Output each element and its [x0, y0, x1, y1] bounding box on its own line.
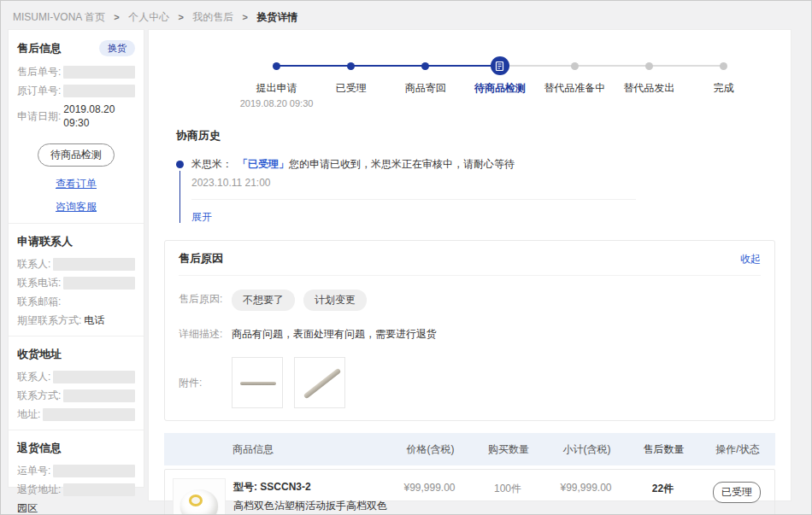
model-number: SSCCN3-2	[260, 481, 310, 493]
aftersales-quantity: 22件	[627, 478, 699, 515]
address-phone-redacted	[63, 389, 135, 402]
step-connector	[351, 65, 426, 67]
reason-label: 售后原因:	[179, 290, 232, 308]
breadcrumb-separator: >	[243, 12, 248, 22]
step-connector	[426, 65, 500, 67]
breadcrumb-personal-center[interactable]: 个人中心	[128, 11, 169, 23]
return-address-redacted	[63, 483, 135, 496]
description-text: 商品有问题，表面处理有问题，需要进行退货	[232, 325, 437, 343]
attachment-thumbnail[interactable]	[294, 357, 345, 408]
col-subtotal: 小计(含税)	[546, 442, 627, 457]
step-dot	[273, 62, 280, 70]
collapse-link[interactable]: 收起	[740, 252, 761, 266]
step-complete: 完成	[686, 56, 761, 109]
history-title: 协商历史	[176, 128, 775, 143]
step-label: 待商品检测	[474, 81, 526, 96]
exchange-type-badge: 换货	[99, 40, 135, 56]
preferred-contact-value: 电话	[84, 313, 104, 327]
purchase-quantity: 100件	[470, 478, 545, 515]
product-model: 型号: SSCCN3-2	[233, 480, 389, 495]
accepted-status-pill: 已受理	[713, 482, 761, 503]
divider	[9, 223, 144, 224]
col-aftersales-qty: 售后数量	[627, 442, 700, 457]
aftersales-no-redacted	[63, 66, 135, 79]
step-date: 2019.08.20 09:30	[240, 98, 314, 109]
step-submit-application: 提出申请 2019.08.20 09:30	[239, 56, 314, 109]
col-purchase-qty: 购买数量	[471, 442, 546, 457]
waybill-no-redacted	[53, 465, 135, 477]
breadcrumb-home[interactable]: MISUMI-VONA 首页	[13, 11, 105, 23]
step-connector	[277, 65, 351, 67]
address-name-label: 联系人:	[17, 370, 50, 383]
reason-tag: 计划变更	[303, 290, 367, 311]
status-badge: 待商品检测	[38, 143, 115, 167]
history-status-tag: 「已受理」	[238, 158, 289, 170]
contact-phone-redacted	[63, 277, 135, 290]
original-order-no-redacted	[63, 85, 135, 97]
shipping-address-title: 收货地址	[17, 347, 135, 362]
product-price: ¥99,999.00	[389, 478, 470, 515]
row-status: 已受理	[699, 478, 774, 515]
step-dot	[571, 62, 579, 70]
reason-title: 售后原因	[179, 251, 223, 266]
apply-date-label: 申请日期:	[17, 109, 61, 123]
return-address-label: 退货地址:	[17, 483, 61, 496]
contact-email-label: 联系邮箱:	[17, 295, 61, 308]
preferred-contact-label: 期望联系方式:	[17, 313, 81, 327]
content-area: 售后信息 换货 售后单号: 原订单号: 申请日期: 2019.08.20 09:…	[8, 29, 791, 501]
step-dot	[347, 62, 355, 70]
step-item-returned: 商品寄回	[388, 56, 462, 109]
step-dot	[720, 62, 727, 70]
breadcrumb-separator: >	[114, 12, 119, 22]
divider	[9, 430, 144, 430]
aftersales-info-panel: 售后信息 换货 售后单号: 原订单号: 申请日期: 2019.08.20 09:…	[8, 29, 144, 488]
attachment-thumbnail[interactable]	[232, 357, 283, 408]
return-address-park: 园区	[17, 501, 135, 515]
aftersales-reason-section: 售后原因 收起 售后原因: 不想要了 计划变更 详细描述: 商品有问题，表面处理…	[164, 240, 775, 421]
product-table-header: 商品信息 价格(含税) 购买数量 小计(含税) 售后数量 操作/状态	[164, 433, 775, 465]
attachments-label: 附件:	[179, 357, 232, 408]
breadcrumb-current-page: 换货详情	[256, 11, 297, 23]
timeline-dot	[176, 161, 184, 168]
step-dot	[645, 62, 653, 70]
tool-photo	[240, 382, 276, 385]
expand-link[interactable]: 展开	[191, 211, 212, 223]
progress-stepper: 提出申请 2019.08.20 09:30 已受理 商品寄回	[239, 56, 761, 109]
divider	[191, 199, 636, 200]
contact-section-title: 申请联系人	[17, 234, 135, 249]
step-label: 已受理	[336, 81, 367, 96]
contact-name-redacted	[53, 258, 135, 271]
product-image[interactable]	[173, 478, 226, 515]
aftersales-no-label: 售后单号:	[17, 65, 61, 79]
original-order-no-label: 原订单号:	[17, 84, 61, 97]
address-label: 地址:	[17, 407, 40, 421]
breadcrumb: MISUMI-VONA 首页 > 个人中心 > 我的售后 > 换货详情	[1, 1, 811, 32]
reason-tag: 不想要了	[232, 290, 295, 311]
address-name-redacted	[53, 371, 135, 383]
step-replacement-preparing: 替代品准备中	[538, 56, 612, 109]
contact-name-label: 联系人:	[17, 257, 50, 271]
col-price: 价格(含税)	[390, 442, 471, 457]
breadcrumb-my-aftersales[interactable]: 我的售后	[192, 11, 233, 23]
mask-valve-graphic	[189, 495, 203, 506]
history-message: 米思米：「已受理」您的申请已收到，米思米正在审核中，请耐心等待	[191, 157, 775, 171]
product-row: 型号: SSCCN3-2 高档双色沾塑柄活动扳手高档双色沾塑柄活动扳手 史丹利(…	[164, 469, 775, 515]
step-label: 替代品发出	[623, 81, 674, 96]
step-label: 商品寄回	[405, 81, 446, 96]
apply-date-value: 2019.08.20 09:30	[63, 102, 135, 130]
page: MISUMI-VONA 首页 > 个人中心 > 我的售后 > 换货详情 售后信息…	[0, 0, 812, 515]
timeline-line	[179, 171, 180, 223]
inspection-step-icon	[491, 56, 509, 75]
view-order-link[interactable]: 查看订单	[17, 177, 135, 191]
step-label: 提出申请	[256, 81, 297, 96]
col-product-info: 商品信息	[164, 442, 390, 457]
step-accepted: 已受理	[314, 56, 388, 109]
product-name[interactable]: 高档双色沾塑柄活动扳手高档双色沾塑柄活动扳手	[233, 499, 389, 515]
step-dot	[421, 62, 429, 70]
description-label: 详细描述:	[179, 325, 232, 343]
step-replacement-shipped: 替代品发出	[612, 56, 686, 109]
step-awaiting-inspection: 待商品检测	[462, 56, 537, 109]
model-label: 型号:	[233, 481, 257, 493]
contact-support-link[interactable]: 咨询客服	[17, 200, 135, 214]
return-info-title: 退货信息	[17, 441, 135, 456]
